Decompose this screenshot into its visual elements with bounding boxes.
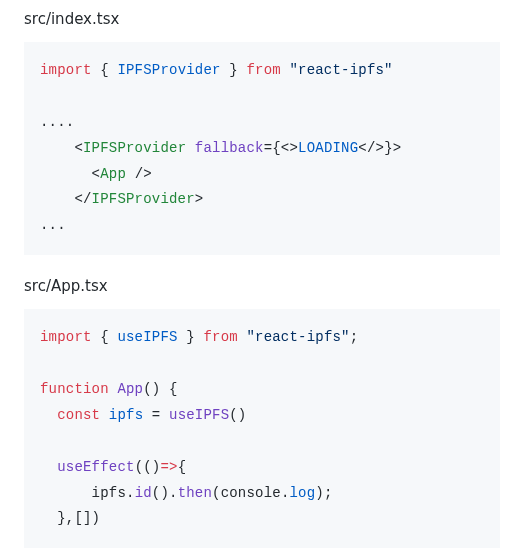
code-token: useIPFS	[117, 329, 177, 345]
code-token	[40, 191, 74, 207]
code-token: function	[40, 381, 109, 397]
code-token: LOADING	[298, 140, 358, 156]
code-token	[186, 140, 195, 156]
code-token: from	[203, 329, 237, 345]
code-token: from	[246, 62, 280, 78]
code-token	[40, 166, 92, 182]
code-token: <	[74, 140, 83, 156]
code-token: ()	[229, 407, 246, 423]
code-token: IPFSProvider	[92, 191, 195, 207]
code-token: fallback	[195, 140, 264, 156]
code-token: },[])	[57, 510, 100, 526]
code-token: =>	[160, 459, 177, 475]
code-block-1: import { IPFSProvider } from "react-ipfs…	[24, 42, 500, 255]
code-token: useEffect	[57, 459, 134, 475]
code-token: <	[92, 166, 101, 182]
code-token	[40, 485, 92, 501]
code-token: import	[40, 329, 92, 345]
code-token	[40, 459, 57, 475]
code-token	[40, 510, 57, 526]
document-root: src/index.tsx import { IPFSProvider } fr…	[0, 10, 524, 556]
code-token: import	[40, 62, 92, 78]
code-token: ;	[350, 329, 359, 345]
code-token: {	[92, 329, 118, 345]
code-token: >	[195, 191, 204, 207]
code-token: >	[376, 140, 385, 156]
code-token: .	[126, 485, 135, 501]
code-token: />	[126, 166, 152, 182]
code-token: /	[367, 140, 376, 156]
code-token: log	[289, 485, 315, 501]
code-token: );	[315, 485, 332, 501]
code-token: console	[221, 485, 281, 501]
code-token: ipfs	[109, 407, 143, 423]
code-token	[40, 140, 74, 156]
code-token: =	[143, 407, 169, 423]
filename-label-2: src/App.tsx	[24, 277, 500, 295]
code-token: </	[74, 191, 91, 207]
code-token	[40, 407, 57, 423]
code-token: ().	[152, 485, 178, 501]
code-token: {	[92, 62, 118, 78]
code-token: "react-ipfs"	[289, 62, 392, 78]
code-token: id	[135, 485, 152, 501]
code-token: ....	[40, 114, 74, 130]
code-token: "react-ipfs"	[246, 329, 349, 345]
code-token: IPFSProvider	[83, 140, 186, 156]
code-token: ...	[40, 217, 66, 233]
code-token: App	[117, 381, 143, 397]
filename-label-1: src/index.tsx	[24, 10, 500, 28]
code-token: {	[178, 459, 187, 475]
code-token: App	[100, 166, 126, 182]
code-token: (	[212, 485, 221, 501]
code-token: }	[221, 62, 247, 78]
code-token: <	[358, 140, 367, 156]
code-token: >	[289, 140, 298, 156]
code-token: }	[178, 329, 204, 345]
code-token: () {	[143, 381, 177, 397]
code-token: useIPFS	[169, 407, 229, 423]
code-token: ipfs	[92, 485, 126, 501]
code-block-2: import { useIPFS } from "react-ipfs"; fu…	[24, 309, 500, 548]
code-token: }>	[384, 140, 401, 156]
code-token: const	[57, 407, 100, 423]
code-token: ={	[264, 140, 281, 156]
code-token: IPFSProvider	[117, 62, 220, 78]
code-token	[100, 407, 109, 423]
code-token: (()	[135, 459, 161, 475]
code-token: then	[178, 485, 212, 501]
